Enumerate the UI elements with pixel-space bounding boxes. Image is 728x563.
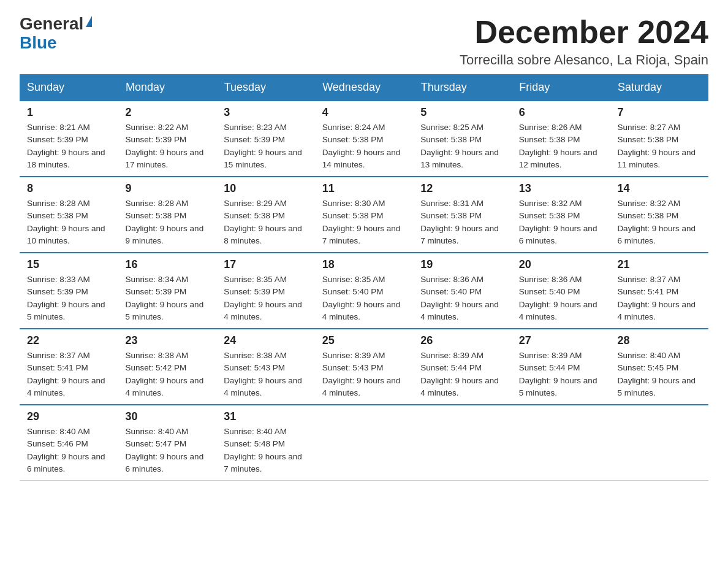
calendar-week-row: 15 Sunrise: 8:33 AMSunset: 5:39 PMDaylig… bbox=[20, 253, 708, 329]
day-number: 10 bbox=[224, 182, 308, 195]
calendar-week-row: 8 Sunrise: 8:28 AMSunset: 5:38 PMDayligh… bbox=[20, 177, 708, 253]
day-cell-10: 10 Sunrise: 8:29 AMSunset: 5:38 PMDaylig… bbox=[216, 177, 315, 253]
day-info: Sunrise: 8:38 AMSunset: 5:42 PMDaylight:… bbox=[126, 351, 204, 397]
day-cell-19: 19 Sunrise: 8:36 AMSunset: 5:40 PMDaylig… bbox=[413, 253, 512, 329]
day-cell-4: 4 Sunrise: 8:24 AMSunset: 5:38 PMDayligh… bbox=[315, 101, 414, 177]
day-cell-22: 22 Sunrise: 8:37 AMSunset: 5:41 PMDaylig… bbox=[20, 329, 118, 405]
empty-cell bbox=[512, 405, 610, 481]
day-info: Sunrise: 8:27 AMSunset: 5:38 PMDaylight:… bbox=[617, 123, 696, 169]
day-cell-25: 25 Sunrise: 8:39 AMSunset: 5:43 PMDaylig… bbox=[315, 329, 414, 405]
day-number: 2 bbox=[126, 106, 210, 119]
day-cell-16: 16 Sunrise: 8:34 AMSunset: 5:39 PMDaylig… bbox=[118, 253, 217, 329]
weekday-header-tuesday: Tuesday bbox=[216, 75, 315, 101]
calendar-week-row: 1 Sunrise: 8:21 AMSunset: 5:39 PMDayligh… bbox=[20, 101, 708, 177]
day-cell-15: 15 Sunrise: 8:33 AMSunset: 5:39 PMDaylig… bbox=[20, 253, 118, 329]
day-info: Sunrise: 8:40 AMSunset: 5:47 PMDaylight:… bbox=[126, 427, 204, 473]
day-info: Sunrise: 8:37 AMSunset: 5:41 PMDaylight:… bbox=[27, 351, 105, 397]
day-cell-30: 30 Sunrise: 8:40 AMSunset: 5:47 PMDaylig… bbox=[118, 405, 217, 481]
calendar-week-row: 29 Sunrise: 8:40 AMSunset: 5:46 PMDaylig… bbox=[20, 405, 708, 481]
page-header: General Blue December 2024 Torrecilla so… bbox=[20, 15, 708, 68]
day-info: Sunrise: 8:31 AMSunset: 5:38 PMDaylight:… bbox=[420, 199, 499, 245]
weekday-header-thursday: Thursday bbox=[413, 75, 512, 101]
logo-triangle-icon bbox=[86, 16, 92, 27]
day-info: Sunrise: 8:35 AMSunset: 5:39 PMDaylight:… bbox=[224, 275, 302, 321]
day-cell-23: 23 Sunrise: 8:38 AMSunset: 5:42 PMDaylig… bbox=[118, 329, 217, 405]
day-info: Sunrise: 8:30 AMSunset: 5:38 PMDaylight:… bbox=[322, 199, 401, 245]
day-info: Sunrise: 8:25 AMSunset: 5:38 PMDaylight:… bbox=[420, 123, 499, 169]
empty-cell bbox=[610, 405, 708, 481]
day-info: Sunrise: 8:22 AMSunset: 5:39 PMDaylight:… bbox=[126, 123, 204, 169]
title-block: December 2024 Torrecilla sobre Alesanco,… bbox=[460, 15, 708, 68]
day-cell-11: 11 Sunrise: 8:30 AMSunset: 5:38 PMDaylig… bbox=[315, 177, 414, 253]
day-number: 27 bbox=[519, 334, 603, 347]
day-number: 16 bbox=[126, 258, 210, 271]
day-info: Sunrise: 8:32 AMSunset: 5:38 PMDaylight:… bbox=[519, 199, 597, 245]
month-title: December 2024 bbox=[460, 15, 708, 50]
calendar-week-row: 22 Sunrise: 8:37 AMSunset: 5:41 PMDaylig… bbox=[20, 329, 708, 405]
day-info: Sunrise: 8:36 AMSunset: 5:40 PMDaylight:… bbox=[519, 275, 597, 321]
day-info: Sunrise: 8:35 AMSunset: 5:40 PMDaylight:… bbox=[322, 275, 401, 321]
weekday-header-row: SundayMondayTuesdayWednesdayThursdayFrid… bbox=[20, 75, 708, 101]
day-cell-31: 31 Sunrise: 8:40 AMSunset: 5:48 PMDaylig… bbox=[216, 405, 315, 481]
day-cell-29: 29 Sunrise: 8:40 AMSunset: 5:46 PMDaylig… bbox=[20, 405, 118, 481]
day-info: Sunrise: 8:40 AMSunset: 5:48 PMDaylight:… bbox=[224, 427, 302, 473]
day-cell-12: 12 Sunrise: 8:31 AMSunset: 5:38 PMDaylig… bbox=[413, 177, 512, 253]
day-number: 3 bbox=[224, 106, 308, 119]
day-number: 6 bbox=[519, 106, 603, 119]
day-number: 5 bbox=[420, 106, 504, 119]
day-info: Sunrise: 8:34 AMSunset: 5:39 PMDaylight:… bbox=[126, 275, 204, 321]
day-cell-9: 9 Sunrise: 8:28 AMSunset: 5:38 PMDayligh… bbox=[118, 177, 217, 253]
day-cell-2: 2 Sunrise: 8:22 AMSunset: 5:39 PMDayligh… bbox=[118, 101, 217, 177]
day-info: Sunrise: 8:39 AMSunset: 5:44 PMDaylight:… bbox=[519, 351, 597, 397]
day-cell-24: 24 Sunrise: 8:38 AMSunset: 5:43 PMDaylig… bbox=[216, 329, 315, 405]
weekday-header-saturday: Saturday bbox=[610, 75, 708, 101]
logo-general-text: General bbox=[20, 15, 83, 34]
day-cell-7: 7 Sunrise: 8:27 AMSunset: 5:38 PMDayligh… bbox=[610, 101, 708, 177]
day-cell-27: 27 Sunrise: 8:39 AMSunset: 5:44 PMDaylig… bbox=[512, 329, 610, 405]
empty-cell bbox=[315, 405, 414, 481]
day-number: 26 bbox=[420, 334, 504, 347]
day-info: Sunrise: 8:33 AMSunset: 5:39 PMDaylight:… bbox=[27, 275, 105, 321]
day-number: 20 bbox=[519, 258, 603, 271]
day-number: 17 bbox=[224, 258, 308, 271]
day-number: 30 bbox=[126, 410, 210, 423]
day-number: 14 bbox=[617, 182, 701, 195]
day-info: Sunrise: 8:28 AMSunset: 5:38 PMDaylight:… bbox=[27, 199, 105, 245]
day-cell-26: 26 Sunrise: 8:39 AMSunset: 5:44 PMDaylig… bbox=[413, 329, 512, 405]
weekday-header-sunday: Sunday bbox=[20, 75, 118, 101]
weekday-header-monday: Monday bbox=[118, 75, 217, 101]
day-number: 25 bbox=[322, 334, 406, 347]
day-number: 1 bbox=[27, 106, 111, 119]
day-info: Sunrise: 8:40 AMSunset: 5:46 PMDaylight:… bbox=[27, 427, 105, 473]
empty-cell bbox=[413, 405, 512, 481]
day-info: Sunrise: 8:37 AMSunset: 5:41 PMDaylight:… bbox=[617, 275, 696, 321]
day-info: Sunrise: 8:24 AMSunset: 5:38 PMDaylight:… bbox=[322, 123, 401, 169]
day-number: 18 bbox=[322, 258, 406, 271]
day-info: Sunrise: 8:40 AMSunset: 5:45 PMDaylight:… bbox=[617, 351, 696, 397]
day-info: Sunrise: 8:23 AMSunset: 5:39 PMDaylight:… bbox=[224, 123, 302, 169]
day-number: 24 bbox=[224, 334, 308, 347]
day-info: Sunrise: 8:38 AMSunset: 5:43 PMDaylight:… bbox=[224, 351, 302, 397]
day-cell-8: 8 Sunrise: 8:28 AMSunset: 5:38 PMDayligh… bbox=[20, 177, 118, 253]
day-info: Sunrise: 8:29 AMSunset: 5:38 PMDaylight:… bbox=[224, 199, 302, 245]
day-info: Sunrise: 8:39 AMSunset: 5:43 PMDaylight:… bbox=[322, 351, 401, 397]
day-number: 29 bbox=[27, 410, 111, 423]
day-number: 23 bbox=[126, 334, 210, 347]
day-number: 22 bbox=[27, 334, 111, 347]
day-info: Sunrise: 8:36 AMSunset: 5:40 PMDaylight:… bbox=[420, 275, 499, 321]
day-info: Sunrise: 8:39 AMSunset: 5:44 PMDaylight:… bbox=[420, 351, 499, 397]
day-number: 15 bbox=[27, 258, 111, 271]
day-cell-13: 13 Sunrise: 8:32 AMSunset: 5:38 PMDaylig… bbox=[512, 177, 610, 253]
day-info: Sunrise: 8:26 AMSunset: 5:38 PMDaylight:… bbox=[519, 123, 597, 169]
day-number: 19 bbox=[420, 258, 504, 271]
day-info: Sunrise: 8:32 AMSunset: 5:38 PMDaylight:… bbox=[617, 199, 696, 245]
day-number: 21 bbox=[617, 258, 701, 271]
logo-blue-text: Blue bbox=[20, 34, 57, 53]
day-cell-21: 21 Sunrise: 8:37 AMSunset: 5:41 PMDaylig… bbox=[610, 253, 708, 329]
calendar-table: SundayMondayTuesdayWednesdayThursdayFrid… bbox=[20, 74, 708, 481]
day-cell-14: 14 Sunrise: 8:32 AMSunset: 5:38 PMDaylig… bbox=[610, 177, 708, 253]
day-cell-20: 20 Sunrise: 8:36 AMSunset: 5:40 PMDaylig… bbox=[512, 253, 610, 329]
logo: General Blue bbox=[20, 15, 92, 53]
day-number: 12 bbox=[420, 182, 504, 195]
day-cell-1: 1 Sunrise: 8:21 AMSunset: 5:39 PMDayligh… bbox=[20, 101, 118, 177]
